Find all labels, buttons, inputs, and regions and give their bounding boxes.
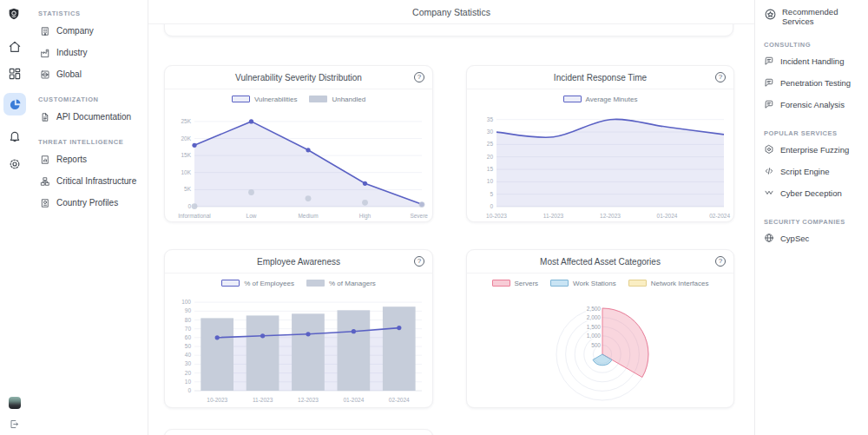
statistics-pie-icon xyxy=(9,98,22,111)
legend-item[interactable]: Servers xyxy=(492,280,539,287)
help-icon[interactable]: ? xyxy=(715,72,726,82)
legend-item[interactable]: Work Stations xyxy=(550,280,616,287)
svg-text:40: 40 xyxy=(185,352,192,358)
legend-item[interactable]: Network Interfaces xyxy=(628,280,709,287)
svg-text:0: 0 xyxy=(490,203,493,209)
nav-statistics-active[interactable] xyxy=(3,93,26,115)
svg-text:500: 500 xyxy=(591,342,601,348)
legend-swatch xyxy=(550,280,569,287)
sidebar-item-country-profiles[interactable]: Country Profiles xyxy=(30,192,148,214)
service-item-label: Enterprise Fuzzing xyxy=(780,145,849,155)
legend-item[interactable]: Unhandled xyxy=(309,96,365,103)
svg-text:02-2024: 02-2024 xyxy=(709,213,730,219)
legend-item[interactable]: % of Managers xyxy=(306,280,376,287)
card-incident-response: Incident Response Time ? Average Minutes… xyxy=(466,65,734,222)
sidebar-item-api-documentation[interactable]: API Documentation xyxy=(30,106,148,128)
svg-text:2,000: 2,000 xyxy=(586,314,601,320)
help-icon[interactable]: ? xyxy=(414,256,424,267)
svg-text:20K: 20K xyxy=(181,135,191,142)
svg-text:30: 30 xyxy=(486,129,493,135)
legend-swatch xyxy=(309,96,327,102)
service-item-forensic-analysis[interactable]: Forensic Analysis xyxy=(764,94,865,115)
service-item-penetration-testing[interactable]: Penetration Testing xyxy=(764,72,865,94)
sidebar-item-critical-infrastructure[interactable]: Critical Infrastructure xyxy=(30,170,148,192)
sidebar-item-company[interactable]: Company xyxy=(30,20,148,42)
svg-text:Low: Low xyxy=(247,213,257,219)
main-content: Company Statistics Vulnerability Severit… xyxy=(148,0,755,435)
legend-label: Vulnerabilities xyxy=(254,96,298,103)
dashboard-grid-icon[interactable] xyxy=(8,67,22,81)
service-item-enterprise-fuzzing[interactable]: Enterprise Fuzzing xyxy=(764,139,865,161)
building-icon xyxy=(40,26,50,36)
svg-text:02-2024: 02-2024 xyxy=(389,397,410,403)
help-icon[interactable]: ? xyxy=(414,72,424,82)
svg-text:0: 0 xyxy=(187,203,191,209)
svg-text:25: 25 xyxy=(486,141,493,147)
svg-text:20: 20 xyxy=(185,370,192,376)
legend-label: Network Interfaces xyxy=(651,280,709,287)
svg-text:01-2024: 01-2024 xyxy=(656,213,677,219)
svg-text:100: 100 xyxy=(181,299,191,305)
sidebar-item-label: Country Profiles xyxy=(56,198,118,208)
svg-text:15K: 15K xyxy=(181,152,191,158)
help-icon[interactable]: ? xyxy=(715,256,726,267)
svg-text:10: 10 xyxy=(486,178,493,184)
legend-label: Unhandled xyxy=(332,96,365,103)
recommended-services[interactable]: Recommended Services xyxy=(764,7,865,27)
legend-item[interactable]: Average Minutes xyxy=(563,96,638,103)
sidebar-item-global[interactable]: Global xyxy=(30,63,148,85)
star-badge-icon xyxy=(764,8,777,21)
service-item-cyber-deception[interactable]: Cyber Deception xyxy=(764,182,865,204)
chart-legend: Average Minutes xyxy=(467,92,733,106)
svg-text:60: 60 xyxy=(185,334,192,340)
svg-text:10K: 10K xyxy=(181,169,191,175)
logout-icon[interactable] xyxy=(9,419,20,430)
api-doc-icon xyxy=(40,112,50,122)
chat-icon xyxy=(764,77,774,88)
card-header: Vulnerability Severity Distribution ? xyxy=(165,66,432,89)
section-title-consulting: CONSULTING xyxy=(764,41,865,49)
svg-text:High: High xyxy=(359,213,372,220)
infrastructure-icon xyxy=(40,176,50,187)
service-item-script-engine[interactable]: Script Engine xyxy=(764,161,865,182)
factory-icon xyxy=(40,48,50,58)
globe-grid-icon xyxy=(40,69,50,80)
notifications-bell-icon[interactable] xyxy=(8,129,22,143)
sidebar-item-reports[interactable]: Reports xyxy=(30,148,148,170)
section-title-statistics: STATISTICS xyxy=(38,10,148,17)
chart-legend: VulnerabilitiesUnhandled xyxy=(165,92,432,106)
sidebar-item-label: Industry xyxy=(56,48,88,57)
settings-gear-icon[interactable] xyxy=(8,157,22,171)
incident-response-chart: 0510152025303510-202311-202312-202301-20… xyxy=(470,106,731,224)
user-avatar[interactable] xyxy=(9,397,21,409)
sidebar-item-label: Critical Infrastructure xyxy=(56,176,136,186)
svg-text:10-2023: 10-2023 xyxy=(486,213,507,219)
mask-icon xyxy=(764,188,774,198)
card-employee-awareness: Employee Awareness ? % of Employees% of … xyxy=(164,249,433,408)
service-item-label: Incident Handling xyxy=(780,56,844,66)
svg-text:10: 10 xyxy=(185,379,192,385)
section-title-security-companies: SECURITY COMPANIES xyxy=(764,218,865,226)
legend-item[interactable]: Vulnerabilities xyxy=(232,96,298,103)
svg-text:35: 35 xyxy=(486,116,493,122)
legend-label: Average Minutes xyxy=(586,96,638,103)
svg-text:11-2023: 11-2023 xyxy=(253,397,273,403)
svg-text:12-2023: 12-2023 xyxy=(298,397,319,403)
legend-item[interactable]: % of Employees xyxy=(221,280,294,287)
card-vulnerability-severity: Vulnerability Severity Distribution ? Vu… xyxy=(164,65,433,222)
asset-categories-chart: 5001,0001,5002,0002,500 xyxy=(470,290,731,410)
sidebar: STATISTICS Company Industry Global CUSTO… xyxy=(30,0,148,435)
svg-text:15: 15 xyxy=(486,166,493,172)
svg-text:Medium: Medium xyxy=(298,213,318,219)
svg-text:11-2023: 11-2023 xyxy=(542,213,563,219)
home-icon[interactable] xyxy=(8,40,22,54)
sidebar-item-industry[interactable]: Industry xyxy=(30,42,148,63)
chart-legend: ServersWork StationsNetwork Interfaces xyxy=(467,276,733,290)
service-item-incident-handling[interactable]: Incident Handling xyxy=(764,50,865,72)
svg-text:90: 90 xyxy=(185,307,192,313)
card-partial-bottom xyxy=(164,429,433,435)
card-header: Incident Response Time ? xyxy=(467,66,733,89)
company-item-cypsec[interactable]: CypSec xyxy=(764,227,865,249)
chat-icon xyxy=(764,99,774,109)
svg-text:1,500: 1,500 xyxy=(586,324,601,330)
